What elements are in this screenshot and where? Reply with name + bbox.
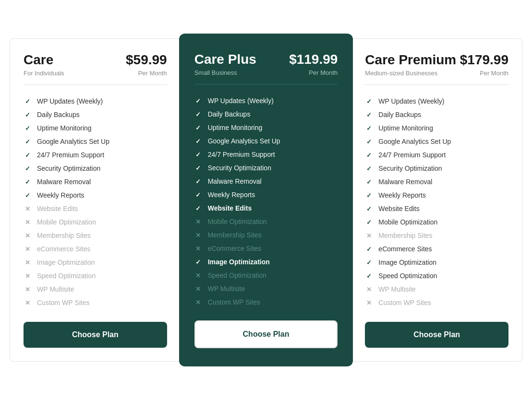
feature-label: Website Edits	[378, 205, 419, 212]
plan-divider	[24, 84, 167, 85]
feature-label: Uptime Monitoring	[208, 124, 263, 131]
plan-header: Care$59.99	[24, 52, 167, 68]
check-icon: ✓	[365, 191, 373, 199]
feature-label: Daily Backups	[378, 111, 421, 118]
feature-item: ✓WP Updates (Weekly)	[24, 94, 167, 108]
feature-item: ✓WP Updates (Weekly)	[365, 94, 508, 108]
feature-label: Image Optimization	[378, 259, 436, 266]
feature-item: ✕Membership Sites	[194, 228, 338, 242]
plan-period: Per Month	[138, 70, 167, 77]
plan-subheader: Medium-sized BusinessesPer Month	[365, 70, 508, 77]
feature-label: Weekly Reports	[378, 191, 426, 199]
choose-plan-button-care[interactable]: Choose Plan	[24, 322, 167, 348]
check-icon: ✓	[365, 178, 373, 186]
check-icon: ✓	[194, 177, 202, 185]
feature-label: Google Analytics Set Up	[208, 137, 280, 145]
feature-label: Membership Sites	[37, 232, 91, 239]
feature-label: Image Optimization	[208, 258, 270, 266]
feature-item: ✕Mobile Optimization	[194, 215, 338, 228]
feature-item: ✓Daily Backups	[24, 108, 167, 121]
cross-icon: ✕	[365, 299, 373, 306]
plan-subtitle: Small Business	[194, 69, 237, 76]
feature-item: ✕Mobile Optimization	[24, 215, 167, 229]
feature-item: ✕Speed Optimization	[24, 269, 167, 282]
plan-period: Per Month	[309, 69, 338, 76]
check-icon: ✓	[194, 258, 202, 266]
feature-item: ✕Custom WP Sites	[194, 295, 338, 309]
feature-item: ✓Google Analytics Set Up	[365, 135, 508, 148]
feature-item: ✓Image Optimization	[365, 256, 508, 269]
plan-card-care-plus: Care Plus$119.99Small BusinessPer Month✓…	[179, 34, 353, 366]
choose-plan-button-care-plus[interactable]: Choose Plan	[194, 320, 338, 348]
check-icon: ✓	[194, 97, 202, 105]
feature-item: ✓Daily Backups	[365, 108, 508, 121]
cross-icon: ✕	[24, 245, 31, 253]
feature-item: ✓eCommerce Sites	[365, 242, 508, 256]
feature-label: Image Optimization	[37, 259, 95, 266]
feature-label: Daily Backups	[208, 110, 251, 118]
check-icon: ✓	[365, 272, 373, 280]
check-icon: ✓	[365, 205, 373, 212]
feature-label: Uptime Monitoring	[378, 124, 433, 132]
cross-icon: ✕	[24, 285, 31, 293]
feature-label: Malware Removal	[37, 178, 91, 186]
check-icon: ✓	[24, 151, 31, 159]
feature-label: 24/7 Premium Support	[37, 151, 104, 159]
feature-item: ✓Uptime Monitoring	[194, 121, 338, 134]
plan-period: Per Month	[480, 70, 508, 77]
feature-item: ✓Security Optimization	[365, 162, 508, 175]
check-icon: ✓	[194, 137, 202, 145]
feature-label: Speed Optimization	[378, 272, 437, 280]
feature-label: Custom WP Sites	[208, 298, 260, 306]
plan-price: $119.99	[289, 52, 338, 67]
cross-icon: ✕	[194, 298, 202, 306]
plan-subheader: For IndividualsPer Month	[24, 70, 167, 77]
feature-label: Daily Backups	[37, 111, 80, 118]
feature-item: ✓Security Optimization	[24, 162, 167, 175]
plan-price: $179.99	[460, 52, 508, 68]
check-icon: ✓	[24, 124, 31, 132]
choose-plan-button-care-premium[interactable]: Choose Plan	[365, 322, 508, 348]
feature-item: ✓Google Analytics Set Up	[194, 134, 338, 148]
feature-label: WP Multisite	[37, 285, 74, 293]
feature-label: Speed Optimization	[37, 272, 96, 280]
feature-item: ✓Weekly Reports	[24, 188, 167, 202]
check-icon: ✓	[365, 259, 373, 266]
cross-icon: ✕	[24, 205, 31, 212]
features-list: ✓WP Updates (Weekly)✓Daily Backups✓Uptim…	[194, 94, 338, 309]
feature-item: ✕eCommerce Sites	[194, 242, 338, 255]
check-icon: ✓	[365, 97, 373, 105]
feature-item: ✓Malware Removal	[194, 175, 338, 188]
check-icon: ✓	[194, 164, 202, 172]
cross-icon: ✕	[24, 299, 31, 306]
feature-item: ✓24/7 Premium Support	[194, 148, 338, 161]
features-list: ✓WP Updates (Weekly)✓Daily Backups✓Uptim…	[24, 94, 167, 310]
feature-label: eCommerce Sites	[378, 245, 432, 253]
feature-item: ✓Weekly Reports	[365, 188, 508, 202]
feature-item: ✓Weekly Reports	[194, 188, 338, 201]
feature-label: Security Optimization	[37, 165, 100, 172]
feature-item: ✓Image Optimization	[194, 255, 338, 269]
feature-item: ✕Membership Sites	[365, 229, 508, 242]
feature-item: ✕Custom WP Sites	[365, 296, 508, 309]
feature-item: ✕Website Edits	[24, 202, 167, 215]
check-icon: ✓	[24, 191, 31, 199]
check-icon: ✓	[194, 204, 202, 212]
feature-item: ✓24/7 Premium Support	[365, 148, 508, 162]
feature-item: ✓Mobile Optimization	[365, 215, 508, 229]
feature-item: ✓Google Analytics Set Up	[24, 135, 167, 148]
cross-icon: ✕	[24, 218, 31, 226]
feature-label: Speed Optimization	[208, 271, 266, 279]
pricing-container: Care$59.99For IndividualsPer Month✓WP Up…	[10, 38, 522, 362]
feature-label: Google Analytics Set Up	[37, 138, 109, 145]
feature-label: 24/7 Premium Support	[378, 151, 446, 159]
feature-label: WP Updates (Weekly)	[378, 97, 444, 105]
feature-label: Custom WP Sites	[378, 299, 431, 306]
plan-divider	[194, 84, 338, 84]
feature-label: 24/7 Premium Support	[208, 151, 275, 158]
plan-name: Care Premium	[365, 52, 456, 68]
check-icon: ✓	[365, 165, 373, 172]
features-list: ✓WP Updates (Weekly)✓Daily Backups✓Uptim…	[365, 94, 508, 310]
feature-item: ✓Daily Backups	[194, 107, 338, 121]
cross-icon: ✕	[194, 231, 202, 239]
